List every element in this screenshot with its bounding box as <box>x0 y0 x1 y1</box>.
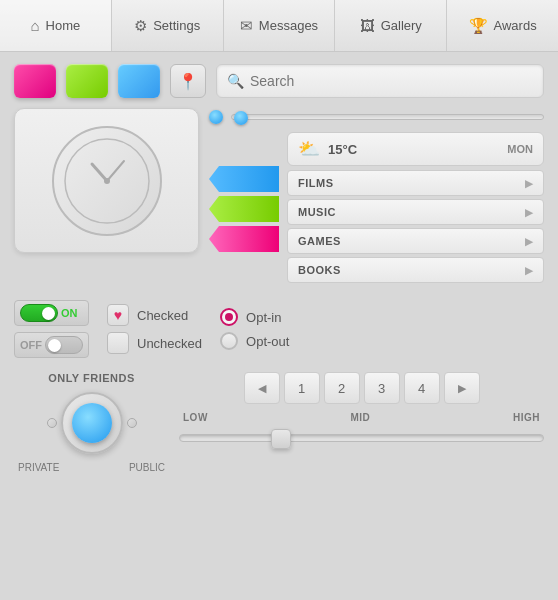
eq-thumb[interactable] <box>271 429 291 449</box>
radio-optout[interactable] <box>220 332 238 350</box>
weather-day: MON <box>507 143 533 155</box>
next-arrow-icon: ▶ <box>458 382 466 395</box>
top-slider <box>209 108 544 126</box>
toggle-on-label: ON <box>61 307 78 319</box>
eq-labels: LOW MID HIGH <box>179 412 544 423</box>
toggle-thumb-on <box>42 307 55 320</box>
green-button[interactable] <box>66 64 108 98</box>
knob-dot-left <box>47 418 57 428</box>
eq-slider-row: LOW MID HIGH <box>179 412 544 449</box>
knob-outer[interactable] <box>61 392 123 454</box>
tag-green[interactable] <box>209 196 279 222</box>
nav-awards[interactable]: 🏆 Awards <box>447 0 558 51</box>
prev-arrow-icon: ◀ <box>258 382 266 395</box>
page-3-button[interactable]: 3 <box>364 372 400 404</box>
nav-gallery[interactable]: 🖼 Gallery <box>335 0 447 51</box>
pink-button[interactable] <box>14 64 56 98</box>
checkbox-checked[interactable]: ♥ <box>107 304 129 326</box>
main-content: 📍 🔍 <box>0 52 558 485</box>
toggle-thumb-off <box>48 339 61 352</box>
row-controls: ON OFF ♥ Checked Unchecked <box>14 296 544 362</box>
page-2-button[interactable]: 2 <box>324 372 360 404</box>
search-box[interactable]: 🔍 <box>216 64 544 98</box>
toggle-off-label: OFF <box>20 339 42 351</box>
page-next-button[interactable]: ▶ <box>444 372 480 404</box>
page-1-button[interactable]: 1 <box>284 372 320 404</box>
knob-left-label: PRIVATE <box>18 462 59 473</box>
eq-track-container <box>179 427 544 449</box>
slider-thumb[interactable] <box>234 111 248 125</box>
radio-group: Opt-in Opt-out <box>220 308 289 350</box>
row-knob-pagination: ONLY FRIENDS PRIVATE PUBLIC ◀ 1 <box>14 372 544 473</box>
svg-line-2 <box>107 161 124 181</box>
nav-home-label: Home <box>46 18 81 33</box>
toggle-track-on <box>20 304 58 322</box>
left-column <box>14 108 199 286</box>
nav-messages-label: Messages <box>259 18 318 33</box>
toggle-track-off <box>45 336 83 354</box>
weather-icon: ⛅ <box>298 138 320 160</box>
svg-point-3 <box>104 178 110 184</box>
eq-mid-label: MID <box>350 412 370 423</box>
search-icon: 🔍 <box>227 73 244 89</box>
menu-films[interactable]: FILMS ▶ <box>287 170 544 196</box>
checkbox-unchecked[interactable] <box>107 332 129 354</box>
nav-bar: ⌂ Home ⚙ Settings ✉ Messages 🖼 Gallery 🏆… <box>0 0 558 52</box>
nav-settings-label: Settings <box>153 18 200 33</box>
messages-icon: ✉ <box>240 17 253 35</box>
weather-menu-column: ⛅ 15°C MON FILMS ▶ MUSIC ▶ <box>287 132 544 286</box>
tag-blue[interactable] <box>209 166 279 192</box>
tag-pink[interactable] <box>209 226 279 252</box>
gallery-icon: 🖼 <box>360 17 375 34</box>
location-button[interactable]: 📍 <box>170 64 206 98</box>
arrow-icon: ▶ <box>525 178 534 189</box>
radio-dot <box>225 313 233 321</box>
location-icon: 📍 <box>178 72 198 91</box>
clock-widget <box>14 108 199 253</box>
checked-label: Checked <box>137 308 188 323</box>
toggle-on[interactable]: ON <box>14 300 89 326</box>
nav-messages[interactable]: ✉ Messages <box>224 0 336 51</box>
nav-home[interactable]: ⌂ Home <box>0 0 112 51</box>
clock-svg <box>62 136 152 226</box>
blue-button[interactable] <box>118 64 160 98</box>
row-clock-weather: ⛅ 15°C MON FILMS ▶ MUSIC ▶ <box>14 108 544 286</box>
eq-low-label: LOW <box>183 412 208 423</box>
knob-dot-right <box>127 418 137 428</box>
checkbox-checked-row: ♥ Checked <box>107 304 202 326</box>
knob-inner <box>72 403 112 443</box>
home-icon: ⌂ <box>31 17 40 34</box>
nav-awards-label: Awards <box>494 18 537 33</box>
menu-games[interactable]: GAMES ▶ <box>287 228 544 254</box>
pagination: ◀ 1 2 3 4 ▶ <box>179 372 544 404</box>
page-4-button[interactable]: 4 <box>404 372 440 404</box>
page-prev-button[interactable]: ◀ <box>244 372 280 404</box>
radio-optin[interactable] <box>220 308 238 326</box>
search-input[interactable] <box>250 73 533 89</box>
radio-optout-row: Opt-out <box>220 332 289 350</box>
toggle-off[interactable]: OFF <box>14 332 89 358</box>
knob-labels: PRIVATE PUBLIC <box>14 462 169 473</box>
knob-area: ONLY FRIENDS PRIVATE PUBLIC <box>14 372 169 473</box>
eq-track[interactable] <box>179 434 544 442</box>
radio-optin-row: Opt-in <box>220 308 289 326</box>
awards-icon: 🏆 <box>469 17 488 35</box>
knob-container <box>47 388 137 458</box>
menu-music[interactable]: MUSIC ▶ <box>287 199 544 225</box>
optin-label: Opt-in <box>246 310 281 325</box>
right-top-column: ⛅ 15°C MON FILMS ▶ MUSIC ▶ <box>209 108 544 286</box>
weather-card: ⛅ 15°C MON <box>287 132 544 166</box>
slider-handle[interactable] <box>209 110 223 124</box>
tags-weather-area: ⛅ 15°C MON FILMS ▶ MUSIC ▶ <box>209 132 544 286</box>
checkbox-unchecked-row: Unchecked <box>107 332 202 354</box>
optout-label: Opt-out <box>246 334 289 349</box>
arrow-icon: ▶ <box>525 236 534 247</box>
clock-face <box>52 126 162 236</box>
tags-column <box>209 132 279 286</box>
nav-settings[interactable]: ⚙ Settings <box>112 0 224 51</box>
menu-list: FILMS ▶ MUSIC ▶ GAMES ▶ BOOKS <box>287 170 544 286</box>
checkbox-group: ♥ Checked Unchecked <box>107 304 202 354</box>
slider-track[interactable] <box>231 114 544 120</box>
menu-books[interactable]: BOOKS ▶ <box>287 257 544 283</box>
unchecked-label: Unchecked <box>137 336 202 351</box>
